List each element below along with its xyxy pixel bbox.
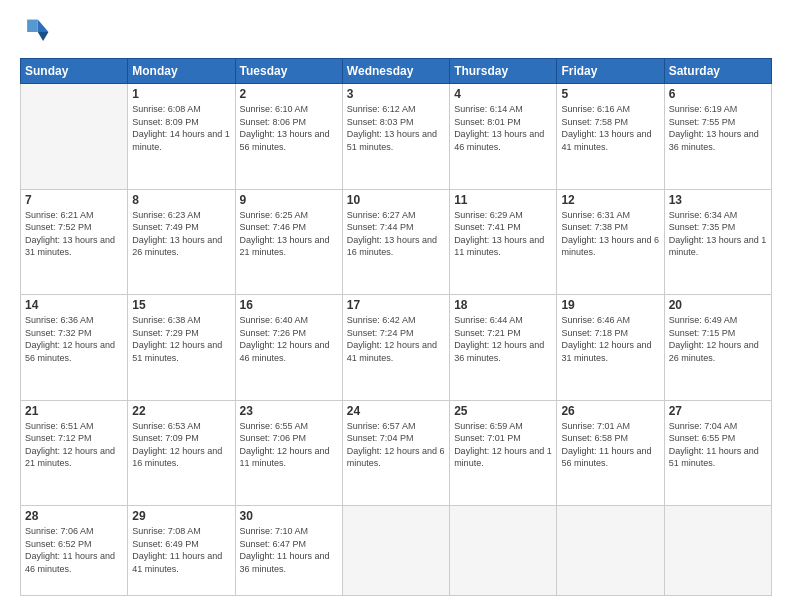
calendar-cell: 7Sunrise: 6:21 AMSunset: 7:52 PMDaylight…: [21, 189, 128, 295]
day-number: 29: [132, 509, 230, 523]
calendar-cell: 10Sunrise: 6:27 AMSunset: 7:44 PMDayligh…: [342, 189, 449, 295]
day-info: Sunrise: 7:10 AMSunset: 6:47 PMDaylight:…: [240, 525, 338, 575]
day-info: Sunrise: 6:55 AMSunset: 7:06 PMDaylight:…: [240, 420, 338, 470]
day-info: Sunrise: 6:46 AMSunset: 7:18 PMDaylight:…: [561, 314, 659, 364]
calendar-cell: 1Sunrise: 6:08 AMSunset: 8:09 PMDaylight…: [128, 84, 235, 190]
day-number: 28: [25, 509, 123, 523]
calendar-cell: 18Sunrise: 6:44 AMSunset: 7:21 PMDayligh…: [450, 295, 557, 401]
calendar-cell: 26Sunrise: 7:01 AMSunset: 6:58 PMDayligh…: [557, 400, 664, 506]
day-info: Sunrise: 6:36 AMSunset: 7:32 PMDaylight:…: [25, 314, 123, 364]
day-info: Sunrise: 6:10 AMSunset: 8:06 PMDaylight:…: [240, 103, 338, 153]
day-info: Sunrise: 6:53 AMSunset: 7:09 PMDaylight:…: [132, 420, 230, 470]
day-info: Sunrise: 6:57 AMSunset: 7:04 PMDaylight:…: [347, 420, 445, 470]
day-number: 25: [454, 404, 552, 418]
calendar-cell: 19Sunrise: 6:46 AMSunset: 7:18 PMDayligh…: [557, 295, 664, 401]
calendar-cell: 8Sunrise: 6:23 AMSunset: 7:49 PMDaylight…: [128, 189, 235, 295]
day-number: 14: [25, 298, 123, 312]
calendar-week-1: 1Sunrise: 6:08 AMSunset: 8:09 PMDaylight…: [21, 84, 772, 190]
calendar-cell: 2Sunrise: 6:10 AMSunset: 8:06 PMDaylight…: [235, 84, 342, 190]
day-info: Sunrise: 6:14 AMSunset: 8:01 PMDaylight:…: [454, 103, 552, 153]
calendar-cell: 27Sunrise: 7:04 AMSunset: 6:55 PMDayligh…: [664, 400, 771, 506]
day-number: 23: [240, 404, 338, 418]
calendar-week-5: 28Sunrise: 7:06 AMSunset: 6:52 PMDayligh…: [21, 506, 772, 596]
weekday-header-monday: Monday: [128, 59, 235, 84]
header: [20, 16, 772, 48]
calendar-cell: 30Sunrise: 7:10 AMSunset: 6:47 PMDayligh…: [235, 506, 342, 596]
day-number: 19: [561, 298, 659, 312]
day-number: 7: [25, 193, 123, 207]
day-info: Sunrise: 6:34 AMSunset: 7:35 PMDaylight:…: [669, 209, 767, 259]
day-info: Sunrise: 6:31 AMSunset: 7:38 PMDaylight:…: [561, 209, 659, 259]
day-info: Sunrise: 6:12 AMSunset: 8:03 PMDaylight:…: [347, 103, 445, 153]
day-number: 26: [561, 404, 659, 418]
calendar-cell: [342, 506, 449, 596]
day-number: 6: [669, 87, 767, 101]
svg-marker-0: [38, 20, 49, 32]
calendar-cell: 14Sunrise: 6:36 AMSunset: 7:32 PMDayligh…: [21, 295, 128, 401]
weekday-header-tuesday: Tuesday: [235, 59, 342, 84]
day-info: Sunrise: 6:23 AMSunset: 7:49 PMDaylight:…: [132, 209, 230, 259]
day-info: Sunrise: 7:06 AMSunset: 6:52 PMDaylight:…: [25, 525, 123, 575]
calendar-cell: 12Sunrise: 6:31 AMSunset: 7:38 PMDayligh…: [557, 189, 664, 295]
day-number: 5: [561, 87, 659, 101]
day-number: 24: [347, 404, 445, 418]
day-info: Sunrise: 6:40 AMSunset: 7:26 PMDaylight:…: [240, 314, 338, 364]
calendar-cell: 21Sunrise: 6:51 AMSunset: 7:12 PMDayligh…: [21, 400, 128, 506]
day-number: 22: [132, 404, 230, 418]
day-info: Sunrise: 7:01 AMSunset: 6:58 PMDaylight:…: [561, 420, 659, 470]
calendar-cell: [21, 84, 128, 190]
day-number: 4: [454, 87, 552, 101]
day-number: 13: [669, 193, 767, 207]
logo: [20, 16, 56, 48]
day-info: Sunrise: 6:38 AMSunset: 7:29 PMDaylight:…: [132, 314, 230, 364]
day-info: Sunrise: 6:21 AMSunset: 7:52 PMDaylight:…: [25, 209, 123, 259]
day-info: Sunrise: 6:29 AMSunset: 7:41 PMDaylight:…: [454, 209, 552, 259]
weekday-header-sunday: Sunday: [21, 59, 128, 84]
calendar-cell: 6Sunrise: 6:19 AMSunset: 7:55 PMDaylight…: [664, 84, 771, 190]
day-info: Sunrise: 7:04 AMSunset: 6:55 PMDaylight:…: [669, 420, 767, 470]
calendar-cell: 16Sunrise: 6:40 AMSunset: 7:26 PMDayligh…: [235, 295, 342, 401]
calendar-cell: 15Sunrise: 6:38 AMSunset: 7:29 PMDayligh…: [128, 295, 235, 401]
day-info: Sunrise: 6:19 AMSunset: 7:55 PMDaylight:…: [669, 103, 767, 153]
day-number: 10: [347, 193, 445, 207]
day-number: 18: [454, 298, 552, 312]
day-number: 21: [25, 404, 123, 418]
day-number: 15: [132, 298, 230, 312]
weekday-header-saturday: Saturday: [664, 59, 771, 84]
calendar-cell: [557, 506, 664, 596]
calendar-cell: 25Sunrise: 6:59 AMSunset: 7:01 PMDayligh…: [450, 400, 557, 506]
calendar-cell: 11Sunrise: 6:29 AMSunset: 7:41 PMDayligh…: [450, 189, 557, 295]
day-info: Sunrise: 6:08 AMSunset: 8:09 PMDaylight:…: [132, 103, 230, 153]
day-number: 20: [669, 298, 767, 312]
weekday-header-thursday: Thursday: [450, 59, 557, 84]
calendar-cell: [450, 506, 557, 596]
svg-marker-2: [27, 20, 38, 32]
day-number: 2: [240, 87, 338, 101]
calendar-cell: 28Sunrise: 7:06 AMSunset: 6:52 PMDayligh…: [21, 506, 128, 596]
day-number: 30: [240, 509, 338, 523]
day-info: Sunrise: 6:25 AMSunset: 7:46 PMDaylight:…: [240, 209, 338, 259]
calendar-cell: 29Sunrise: 7:08 AMSunset: 6:49 PMDayligh…: [128, 506, 235, 596]
day-number: 17: [347, 298, 445, 312]
day-number: 12: [561, 193, 659, 207]
calendar-cell: 13Sunrise: 6:34 AMSunset: 7:35 PMDayligh…: [664, 189, 771, 295]
logo-icon: [20, 16, 52, 48]
page: SundayMondayTuesdayWednesdayThursdayFrid…: [0, 0, 792, 612]
day-info: Sunrise: 6:42 AMSunset: 7:24 PMDaylight:…: [347, 314, 445, 364]
day-info: Sunrise: 6:59 AMSunset: 7:01 PMDaylight:…: [454, 420, 552, 470]
calendar-cell: 24Sunrise: 6:57 AMSunset: 7:04 PMDayligh…: [342, 400, 449, 506]
calendar-week-2: 7Sunrise: 6:21 AMSunset: 7:52 PMDaylight…: [21, 189, 772, 295]
weekday-header-wednesday: Wednesday: [342, 59, 449, 84]
calendar-cell: 20Sunrise: 6:49 AMSunset: 7:15 PMDayligh…: [664, 295, 771, 401]
calendar-cell: 17Sunrise: 6:42 AMSunset: 7:24 PMDayligh…: [342, 295, 449, 401]
calendar-week-4: 21Sunrise: 6:51 AMSunset: 7:12 PMDayligh…: [21, 400, 772, 506]
day-info: Sunrise: 6:51 AMSunset: 7:12 PMDaylight:…: [25, 420, 123, 470]
weekday-header-row: SundayMondayTuesdayWednesdayThursdayFrid…: [21, 59, 772, 84]
day-info: Sunrise: 6:44 AMSunset: 7:21 PMDaylight:…: [454, 314, 552, 364]
calendar-cell: 4Sunrise: 6:14 AMSunset: 8:01 PMDaylight…: [450, 84, 557, 190]
day-number: 8: [132, 193, 230, 207]
day-info: Sunrise: 7:08 AMSunset: 6:49 PMDaylight:…: [132, 525, 230, 575]
day-info: Sunrise: 6:27 AMSunset: 7:44 PMDaylight:…: [347, 209, 445, 259]
svg-marker-1: [38, 32, 49, 41]
calendar-cell: 3Sunrise: 6:12 AMSunset: 8:03 PMDaylight…: [342, 84, 449, 190]
